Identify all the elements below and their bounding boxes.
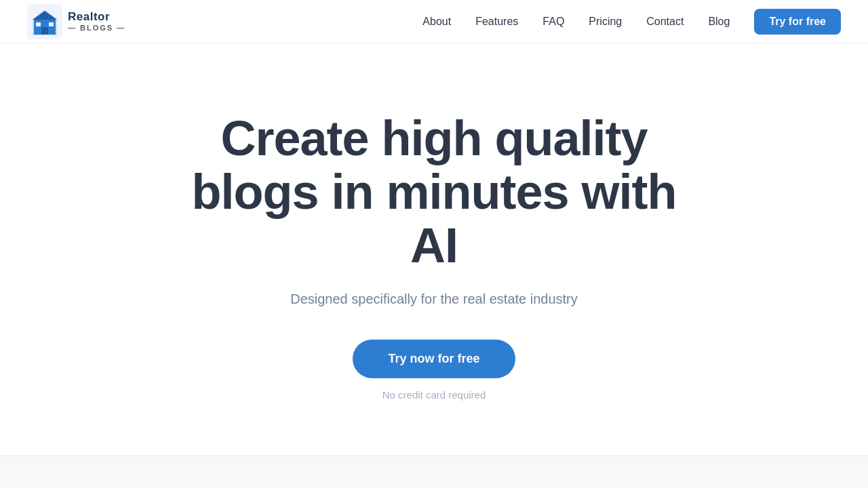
nav-contact[interactable]: Contact [646, 16, 684, 28]
no-credit-card-text: No credit card required [382, 389, 486, 401]
footer-bar [0, 455, 868, 488]
hero-heading: Create high quality blogs in minutes wit… [192, 112, 677, 273]
svg-rect-2 [41, 27, 48, 35]
svg-rect-3 [36, 22, 41, 26]
hero-cta-button[interactable]: Try now for free [353, 340, 515, 378]
nav-faq[interactable]: FAQ [542, 16, 564, 28]
hero-section: Create high quality blogs in minutes wit… [0, 43, 868, 455]
logo-name-line1: Realtor [68, 11, 110, 24]
nav-blog[interactable]: Blog [708, 16, 730, 28]
main-nav: About Features FAQ Pricing Contact Blog … [422, 9, 841, 35]
hero-subheading: Designed specifically for the real estat… [290, 291, 578, 307]
hero-heading-line2: blogs in minutes with [192, 165, 677, 219]
header: Realtor — BLOGS — About Features FAQ Pri… [0, 0, 868, 43]
nav-features[interactable]: Features [475, 16, 518, 28]
nav-pricing[interactable]: Pricing [589, 16, 622, 28]
nav-about[interactable]: About [422, 16, 451, 28]
logo-name-line2: — BLOGS — [68, 24, 125, 32]
hero-heading-line3: AI [410, 218, 458, 272]
svg-rect-4 [49, 22, 54, 26]
hero-heading-line1: Create high quality [220, 111, 647, 165]
logo[interactable]: Realtor — BLOGS — [27, 4, 125, 39]
logo-icon [27, 4, 62, 39]
nav-try-for-free-button[interactable]: Try for free [754, 9, 841, 35]
